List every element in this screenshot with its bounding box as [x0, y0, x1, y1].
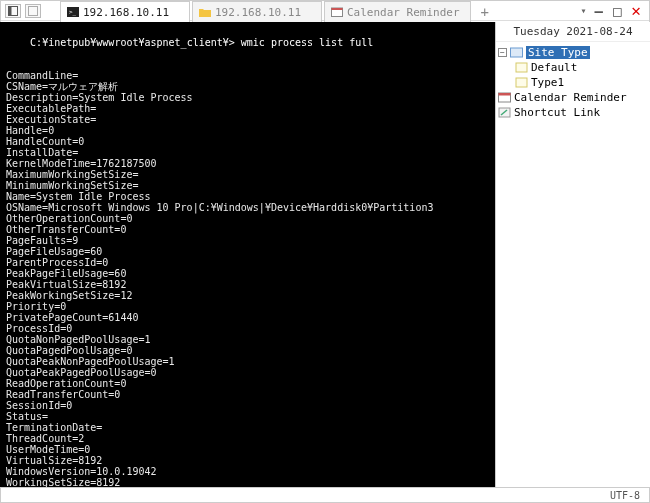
item-icon — [515, 77, 528, 88]
add-tab-button[interactable]: + — [473, 1, 497, 22]
layout-button-1[interactable] — [5, 4, 21, 18]
item-icon — [515, 62, 528, 73]
svg-text:>_: >_ — [69, 8, 77, 16]
tab-terminal[interactable]: >_ 192.168.10.11 — [60, 1, 190, 22]
folder-icon — [510, 47, 523, 58]
tree-child-label: Type1 — [531, 76, 564, 89]
date-label: Tuesday 2021-08-24 — [496, 22, 650, 42]
tab-label: Calendar Reminder — [347, 6, 460, 19]
tree-child[interactable]: Default — [498, 60, 648, 75]
sidebar: Tuesday 2021-08-24 − Site Type Default T… — [495, 22, 650, 487]
tree-item-calendar[interactable]: Calendar Reminder — [498, 90, 648, 105]
svg-rect-9 — [516, 78, 527, 87]
tab-bar: >_ 192.168.10.11 192.168.10.11 Calendar … — [60, 1, 570, 23]
svg-rect-2 — [29, 6, 38, 15]
status-bar: UTF-8 — [0, 487, 650, 503]
tree-root-label: Site Type — [526, 46, 590, 59]
encoding-label: UTF-8 — [610, 490, 650, 501]
collapse-icon[interactable]: − — [498, 48, 507, 57]
calendar-icon — [331, 7, 343, 17]
tree-child-label: Default — [531, 61, 577, 74]
svg-rect-8 — [516, 63, 527, 72]
tab-label: 192.168.10.11 — [83, 6, 169, 19]
svg-rect-1 — [9, 6, 12, 15]
terminal-prompt: C:¥inetpub¥wwwroot¥aspnet_client¥> wmic … — [30, 37, 373, 48]
svg-rect-11 — [499, 93, 511, 96]
tree-item-label: Calendar Reminder — [514, 91, 627, 104]
tab-label: 192.168.10.11 — [215, 6, 301, 19]
maximize-button[interactable]: □ — [611, 3, 623, 19]
tree-root[interactable]: − Site Type — [498, 45, 648, 60]
minimize-button[interactable]: — — [592, 3, 604, 19]
tree-item-link[interactable]: Shortcut Link — [498, 105, 648, 120]
tree-item-label: Shortcut Link — [514, 106, 600, 119]
tab-folder[interactable]: 192.168.10.11 — [192, 1, 322, 22]
calendar-icon — [498, 92, 511, 103]
link-icon — [498, 107, 511, 118]
terminal-pane[interactable]: C:¥inetpub¥wwwroot¥aspnet_client¥> wmic … — [0, 22, 495, 487]
close-button[interactable]: ✕ — [629, 1, 643, 20]
tree-view: − Site Type Default Type1 Calendar Remin… — [496, 42, 650, 123]
svg-rect-6 — [332, 8, 343, 10]
svg-rect-7 — [511, 48, 523, 57]
tab-calendar[interactable]: Calendar Reminder — [324, 1, 471, 22]
terminal-output: CommandLine= CSName=マルウェア解析 Description=… — [6, 70, 433, 487]
layout-button-2[interactable] — [25, 4, 41, 18]
folder-icon — [199, 7, 211, 17]
main-area: C:¥inetpub¥wwwroot¥aspnet_client¥> wmic … — [0, 22, 650, 487]
tab-overflow-icon[interactable]: ▾ — [580, 5, 586, 16]
tree-child[interactable]: Type1 — [498, 75, 648, 90]
terminal-icon: >_ — [67, 7, 79, 17]
